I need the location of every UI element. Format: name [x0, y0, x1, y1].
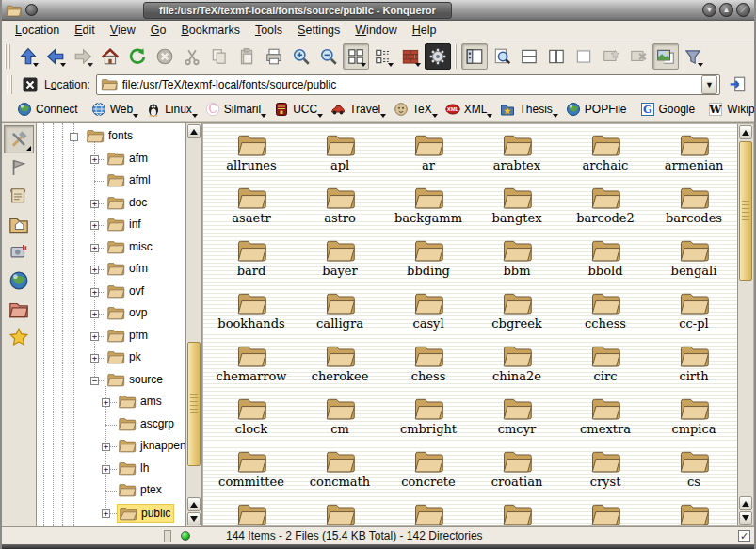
minimize-button[interactable]: ▼: [702, 3, 716, 17]
folder-item-bayer[interactable]: bayer: [296, 233, 384, 285]
tree-scroll-up-button[interactable]: [187, 124, 201, 138]
tree-item-source[interactable]: source: [105, 371, 166, 388]
bookmark-connect[interactable]: Connect: [11, 100, 84, 119]
bookmark-xml[interactable]: XMLXML: [440, 100, 493, 119]
tree-item-misc[interactable]: misc: [105, 238, 155, 255]
bookmarks-panel-button[interactable]: [4, 153, 34, 182]
menu-tools[interactable]: Tools: [248, 22, 290, 39]
menu-edit[interactable]: Edit: [67, 22, 103, 39]
tree-item-ovp[interactable]: ovp: [105, 304, 150, 321]
tree-expander-expand[interactable]: +: [90, 155, 99, 164]
folder-item-casyl[interactable]: casyl: [384, 285, 473, 338]
folder-item-calligra[interactable]: calligra: [296, 285, 384, 338]
filter-button[interactable]: [680, 43, 706, 70]
bookmark-web[interactable]: Web: [86, 100, 138, 119]
folder-item-concrete[interactable]: concrete: [384, 444, 473, 496]
folder-item-cherokee[interactable]: cherokee: [296, 338, 384, 391]
print-button[interactable]: [261, 43, 287, 70]
paste-button[interactable]: [233, 43, 260, 70]
bookmark-thesis[interactable]: Thesis: [494, 100, 557, 119]
bookmark-ucc[interactable]: UCC: [268, 100, 323, 119]
tree-expander-expand[interactable]: +: [90, 221, 99, 230]
icon-view-button[interactable]: [343, 43, 369, 70]
folder-item-backgamm[interactable]: backgamm: [384, 180, 473, 233]
folder-item-archaic[interactable]: archaic: [561, 127, 650, 180]
network-panel-button[interactable]: [4, 266, 34, 295]
reload-button[interactable]: [124, 43, 151, 70]
cut-button[interactable]: [179, 43, 205, 70]
folder-item-cs[interactable]: cs: [650, 444, 737, 496]
toolbar-grip[interactable]: [5, 44, 11, 69]
services-panel-button[interactable]: [4, 238, 34, 266]
folder-item-allrunes[interactable]: allrunes: [207, 127, 296, 180]
folder-item-cryst[interactable]: cryst: [561, 444, 650, 496]
sticky-button[interactable]: [25, 4, 38, 16]
folder-item-barcodes[interactable]: barcodes: [650, 180, 737, 233]
folder-item-apl[interactable]: apl: [296, 127, 384, 180]
menu-settings[interactable]: Settings: [290, 22, 347, 39]
tree-item-afm[interactable]: afm: [105, 150, 151, 167]
folder-item-cmpica[interactable]: cmpica: [650, 391, 737, 444]
main-scrollbar[interactable]: [737, 124, 753, 525]
folder-item-armenian[interactable]: armenian: [650, 127, 737, 180]
folder-item-concmath[interactable]: concmath: [296, 444, 384, 496]
tree-expander-collapse[interactable]: −: [90, 377, 99, 385]
bookmark-wikipedia[interactable]: WWikipedia: [702, 100, 756, 119]
tree-item-lh[interactable]: lh: [117, 460, 152, 476]
zoom-out-button[interactable]: [315, 43, 342, 70]
bookmark-linux[interactable]: Linux: [140, 100, 198, 119]
tree-scroll-down-button[interactable]: [187, 512, 201, 525]
folder-item-bard[interactable]: bard: [207, 233, 296, 285]
detail-view-button[interactable]: [370, 43, 396, 70]
tree-expander-expand[interactable]: +: [102, 465, 110, 474]
forward-button[interactable]: [70, 43, 96, 70]
tree-expander-expand[interactable]: +: [90, 332, 99, 341]
sidebar-config-button[interactable]: [4, 125, 34, 153]
tree-item-ascgrp[interactable]: ascgrp: [117, 415, 177, 432]
linked-view-checkbox[interactable]: ✓: [738, 530, 750, 542]
folder-item-committee[interactable]: committee: [207, 444, 296, 496]
copy-button[interactable]: [206, 43, 233, 70]
folder-item-chess[interactable]: chess: [384, 338, 473, 391]
folder-item-cchess[interactable]: cchess: [561, 285, 650, 338]
show-sidebar-button[interactable]: [461, 43, 488, 70]
tree-expander-expand[interactable]: +: [102, 398, 110, 407]
folder-item-cbgreek[interactable]: cbgreek: [473, 285, 561, 338]
multicolumn-view-button[interactable]: [397, 43, 424, 70]
maximize-button[interactable]: ▲: [719, 3, 733, 17]
close-button[interactable]: ⟋: [736, 3, 750, 17]
main-scroll-down-button[interactable]: [739, 511, 752, 525]
folder-item-astro[interactable]: astro: [296, 180, 384, 233]
folder-item-cc-pl[interactable]: cc-pl: [650, 285, 737, 338]
tree-expander-collapse[interactable]: −: [70, 133, 78, 141]
folder-item-bangtex[interactable]: bangtex: [473, 180, 561, 233]
folder-item-ar[interactable]: ar: [384, 127, 473, 180]
menu-view[interactable]: View: [103, 22, 143, 39]
folder-item-partial[interactable]: [296, 496, 384, 525]
remove-active-view-button[interactable]: [571, 43, 597, 70]
tree-scroll-up2-button[interactable]: [187, 497, 201, 511]
zoom-in-button[interactable]: [288, 43, 314, 70]
tree-expander-expand[interactable]: +: [90, 310, 99, 318]
folder-item-bbm[interactable]: bbm: [473, 233, 561, 285]
folder-item-partial[interactable]: [561, 496, 650, 525]
tree-expander-expand[interactable]: +: [102, 443, 110, 451]
folder-item-partial[interactable]: [384, 496, 473, 525]
folder-item-barcode2[interactable]: barcode2: [561, 180, 650, 233]
folder-item-cmbright[interactable]: cmbright: [384, 391, 473, 444]
clear-location-icon[interactable]: [22, 76, 39, 93]
new-tab-button[interactable]: [598, 43, 624, 70]
root-directory-panel-button[interactable]: [4, 295, 34, 323]
tree-item-afml[interactable]: afml: [105, 171, 153, 188]
folder-item-bookhands[interactable]: bookhands: [207, 285, 296, 338]
tree-item-ofm[interactable]: ofm: [105, 260, 151, 277]
home-button[interactable]: [97, 43, 123, 70]
bookmark-popfile[interactable]: POPFile: [560, 100, 633, 119]
folder-item-bbold[interactable]: bbold: [561, 233, 650, 285]
bookmark-tex[interactable]: TeX: [388, 100, 438, 119]
bookmark-travel[interactable]: Travel: [325, 100, 386, 119]
main-scroll-up-button[interactable]: [739, 125, 752, 139]
folder-item-partial[interactable]: [650, 496, 737, 525]
tree-scrollbar-thumb[interactable]: [187, 342, 201, 466]
folder-item-cmcyr[interactable]: cmcyr: [473, 391, 561, 444]
